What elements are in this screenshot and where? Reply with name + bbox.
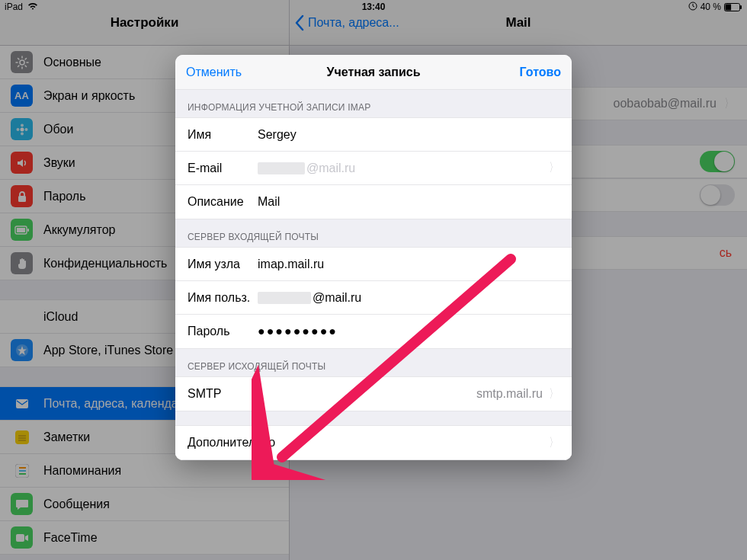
name-cell[interactable]: Имя Sergey bbox=[175, 118, 572, 152]
section-outgoing: СЕРВЕР ИСХОДЯЩЕЙ ПОЧТЫ bbox=[175, 349, 572, 376]
description-cell[interactable]: Описание Mail bbox=[175, 185, 572, 219]
account-modal: Отменить Учетная запись Готово ИНФОРМАЦИ… bbox=[175, 55, 572, 460]
cancel-button[interactable]: Отменить bbox=[175, 55, 252, 89]
host-cell[interactable]: Имя узла imap.mail.ru bbox=[175, 248, 572, 281]
password-cell[interactable]: Пароль ●●●●●●●●● bbox=[175, 315, 572, 348]
description-label: Описание bbox=[188, 195, 258, 209]
advanced-cell[interactable]: Дополнительно 〉 bbox=[175, 426, 572, 459]
username-label: Имя польз. bbox=[188, 291, 258, 305]
modal-title: Учетная запись bbox=[327, 66, 421, 79]
smtp-value: smtp.mail.ru bbox=[476, 387, 543, 401]
chevron-right-icon: 〉 bbox=[550, 160, 557, 176]
name-label: Имя bbox=[188, 128, 258, 142]
advanced-label: Дополнительно bbox=[188, 436, 275, 450]
chevron-right-icon: 〉 bbox=[550, 386, 557, 402]
smtp-cell[interactable]: SMTP smtp.mail.ru 〉 bbox=[175, 377, 572, 411]
section-imap-info: ИНФОРМАЦИЯ УЧЕТНОЙ ЗАПИСИ IMAP bbox=[175, 90, 572, 117]
username-cell[interactable]: Имя польз. @mail.ru bbox=[175, 281, 572, 315]
email-value[interactable]: @mail.ru bbox=[258, 162, 543, 175]
email-label: E-mail bbox=[188, 162, 258, 175]
description-value[interactable]: Mail bbox=[258, 195, 559, 209]
host-value[interactable]: imap.mail.ru bbox=[258, 258, 559, 271]
email-cell[interactable]: E-mail @mail.ru 〉 bbox=[175, 152, 572, 185]
modal-body: ИНФОРМАЦИЯ УЧЕТНОЙ ЗАПИСИ IMAP Имя Serge… bbox=[175, 90, 572, 460]
host-label: Имя узла bbox=[188, 258, 258, 271]
chevron-right-icon: 〉 bbox=[550, 435, 557, 451]
done-button[interactable]: Готово bbox=[509, 55, 572, 89]
username-value[interactable]: @mail.ru bbox=[258, 291, 559, 305]
smtp-label: SMTP bbox=[188, 387, 258, 401]
name-value[interactable]: Sergey bbox=[258, 128, 559, 142]
password-value[interactable]: ●●●●●●●●● bbox=[258, 325, 559, 338]
password-label: Пароль bbox=[188, 325, 258, 338]
modal-header: Отменить Учетная запись Готово bbox=[175, 55, 572, 90]
section-incoming: СЕРВЕР ВХОДЯЩЕЙ ПОЧТЫ bbox=[175, 219, 572, 247]
